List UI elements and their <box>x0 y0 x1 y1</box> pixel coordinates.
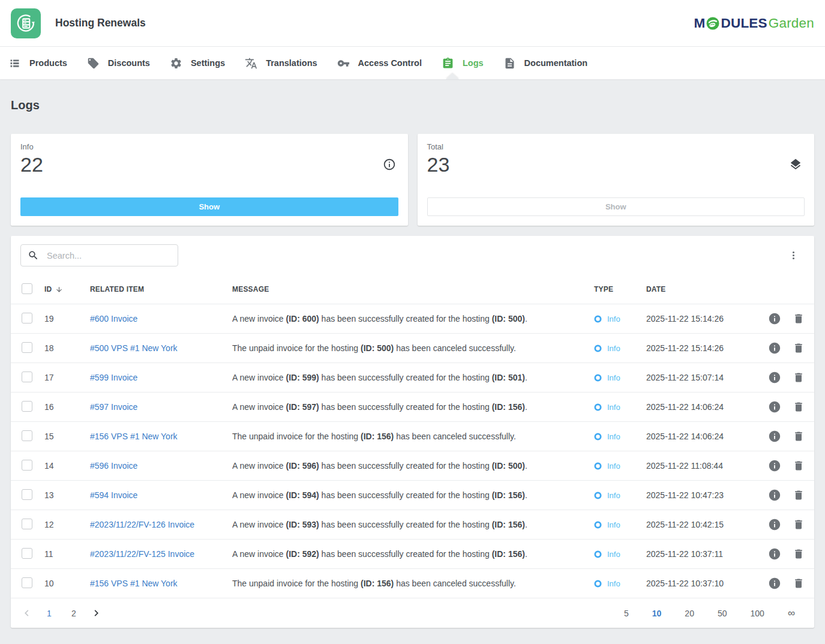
info-filled-icon <box>768 371 781 384</box>
log-message: A new invoice (ID: 592) has been success… <box>232 549 594 559</box>
row-checkbox[interactable] <box>22 372 32 382</box>
row-checkbox[interactable] <box>22 519 32 529</box>
tab-products[interactable]: Products <box>8 57 67 70</box>
log-date: 2025-11-22 10:37:10 <box>646 579 757 588</box>
row-info-button[interactable] <box>768 459 781 472</box>
row-info-button[interactable] <box>768 577 781 590</box>
related-item-link[interactable]: #599 Invoice <box>90 373 137 382</box>
row-checkbox[interactable] <box>22 460 32 471</box>
related-item-link[interactable]: #156 VPS #1 New York <box>90 579 178 588</box>
table-row: 14#596 InvoiceA new invoice (ID: 596) ha… <box>11 451 814 480</box>
log-date: 2025-11-22 14:06:24 <box>646 402 757 412</box>
page-size-50[interactable]: 50 <box>714 608 731 619</box>
row-info-button[interactable] <box>768 312 781 325</box>
row-checkbox[interactable] <box>22 430 32 441</box>
row-info-button[interactable] <box>768 400 781 414</box>
log-date: 2025-11-22 15:07:14 <box>646 373 757 382</box>
modulesgarden-logo: M DULES Garden <box>694 16 814 31</box>
row-checkbox[interactable] <box>22 548 32 559</box>
row-delete-button[interactable] <box>793 430 805 442</box>
row-info-button[interactable] <box>768 547 781 561</box>
show-total-button[interactable]: Show <box>427 197 805 216</box>
table-row: 12#2023/11/22/FV-126 InvoiceA new invoic… <box>11 510 814 539</box>
select-all-checkbox[interactable] <box>22 283 32 294</box>
column-header-related-item[interactable]: RELATED ITEM <box>90 285 232 293</box>
page-size-10[interactable]: 10 <box>649 608 665 619</box>
tab-settings[interactable]: Settings <box>170 57 225 70</box>
page-number-2[interactable]: 2 <box>65 608 82 619</box>
column-header-type[interactable]: TYPE <box>594 285 646 293</box>
row-info-button[interactable] <box>768 430 781 443</box>
related-item-link[interactable]: #600 Invoice <box>90 314 137 324</box>
row-checkbox[interactable] <box>22 401 32 412</box>
row-checkbox[interactable] <box>22 489 32 500</box>
related-item-link[interactable]: #596 Invoice <box>90 461 137 471</box>
search-box[interactable] <box>20 244 178 266</box>
column-header-message[interactable]: MESSAGE <box>232 285 594 293</box>
row-delete-button[interactable] <box>793 548 805 560</box>
row-delete-button[interactable] <box>793 460 805 472</box>
related-item-link[interactable]: #156 VPS #1 New York <box>90 432 178 441</box>
info-ring-icon <box>594 433 602 441</box>
row-delete-button[interactable] <box>793 401 805 413</box>
row-delete-button[interactable] <box>793 489 805 501</box>
page-size-100[interactable]: 100 <box>747 608 768 619</box>
stat-card-total: Total 23 Show <box>418 134 815 226</box>
type-label: Info <box>607 314 620 324</box>
row-info-button[interactable] <box>768 342 781 355</box>
stat-card-info: Info 22 Show <box>11 134 408 226</box>
tab-translations[interactable]: Translations <box>245 57 317 70</box>
row-delete-button[interactable] <box>793 519 805 531</box>
row-info-button[interactable] <box>768 371 781 384</box>
tab-documentation[interactable]: Documentation <box>503 57 588 70</box>
page-size-20[interactable]: 20 <box>681 608 698 619</box>
kebab-menu-icon[interactable] <box>786 248 801 263</box>
row-checkbox[interactable] <box>22 342 32 353</box>
type-label: Info <box>607 373 620 382</box>
tab-logs[interactable]: Logs <box>442 57 484 70</box>
related-item-link[interactable]: #597 Invoice <box>90 402 137 412</box>
tab-access-control[interactable]: Access Control <box>337 57 422 70</box>
related-item-link[interactable]: #594 Invoice <box>90 490 137 500</box>
table-row: 13#594 InvoiceA new invoice (ID: 594) ha… <box>11 480 814 510</box>
related-item-link[interactable]: #2023/11/22/FV-125 Invoice <box>90 549 194 559</box>
page-size-all[interactable]: ∞ <box>784 607 799 619</box>
brand-text-dules: DULES <box>721 16 767 31</box>
column-header-date[interactable]: DATE <box>646 285 757 293</box>
tab-label: Translations <box>266 58 317 68</box>
info-filled-icon <box>768 518 781 531</box>
related-item-link[interactable]: #2023/11/22/FV-126 Invoice <box>90 520 194 529</box>
log-id: 17 <box>44 373 90 382</box>
stat-value: 23 <box>427 152 450 177</box>
row-checkbox[interactable] <box>22 577 32 588</box>
row-delete-button[interactable] <box>793 342 805 354</box>
log-message: A new invoice (ID: 597) has been success… <box>232 402 594 412</box>
related-item-link[interactable]: #500 VPS #1 New York <box>90 343 178 353</box>
type-label: Info <box>607 520 620 529</box>
row-delete-button[interactable] <box>793 313 805 325</box>
info-circle-icon <box>383 158 396 171</box>
page-number-1[interactable]: 1 <box>41 608 58 619</box>
stat-label: Info <box>20 142 398 151</box>
prev-page-button[interactable] <box>20 607 33 619</box>
log-type: Info <box>594 344 646 353</box>
page-size-5[interactable]: 5 <box>620 608 632 619</box>
pagination-bar: 12 5102050100∞ <box>11 598 814 628</box>
table-row: 11#2023/11/22/FV-125 InvoiceA new invoic… <box>11 539 814 568</box>
row-checkbox[interactable] <box>22 313 32 324</box>
log-date: 2025-11-22 14:06:24 <box>646 432 757 441</box>
trash-icon <box>793 342 805 354</box>
log-type: Info <box>594 579 646 588</box>
row-delete-button[interactable] <box>793 577 805 589</box>
type-label: Info <box>607 491 620 500</box>
row-delete-button[interactable] <box>793 372 805 384</box>
tag-icon <box>87 57 100 70</box>
row-info-button[interactable] <box>768 489 781 502</box>
next-page-button[interactable] <box>90 607 103 619</box>
column-header-id[interactable]: ID <box>44 285 90 293</box>
show-info-button[interactable]: Show <box>20 197 398 216</box>
row-info-button[interactable] <box>768 518 781 531</box>
tab-discounts[interactable]: Discounts <box>87 57 150 70</box>
search-input[interactable] <box>46 250 171 261</box>
log-message: The unpaid invoice for the hosting (ID: … <box>232 343 594 353</box>
